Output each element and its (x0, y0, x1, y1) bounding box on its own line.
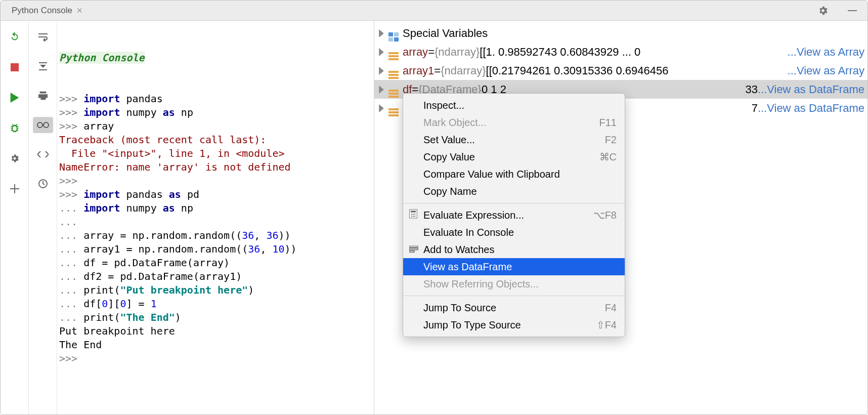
console-line: ... df2 = pd.DataFrame(array1) (59, 270, 374, 283)
svg-rect-16 (388, 96, 399, 98)
chevron-right-icon (377, 29, 385, 37)
console-line: ... df[0][0] = 1 (59, 297, 374, 311)
scroll-to-end-icon[interactable] (33, 58, 53, 74)
history-icon[interactable] (33, 146, 53, 162)
variable-type: {ndarray} (441, 62, 486, 80)
object-icon (388, 66, 399, 75)
svg-rect-15 (388, 93, 399, 95)
svg-rect-28 (409, 246, 418, 247)
menu-item-label: Add to Watches (423, 244, 494, 256)
menu-shortcut: ⇧F4 (596, 319, 617, 331)
menu-item-label: Copy Name (423, 186, 477, 197)
menu-item[interactable]: Jump To Type Source⇧F4 (403, 316, 625, 334)
svg-rect-4 (388, 32, 393, 36)
menu-item[interactable]: Set Value...F2 (403, 131, 625, 148)
variable-row[interactable]: array = {ndarray} [[1. 0.98592743 0.6084… (374, 43, 867, 61)
run-icon[interactable] (5, 90, 25, 106)
console-line: >>> import pandas (59, 92, 374, 106)
console-line: ... print("Put breakpoint here") (59, 283, 374, 297)
grid-icon (388, 29, 399, 38)
svg-point-1 (37, 122, 42, 128)
console-line: ... array1 = np.random.random((36, 10)) (59, 242, 374, 256)
menu-item[interactable]: Compare Value with Clipboard (403, 165, 625, 183)
show-variables-icon[interactable] (33, 117, 53, 133)
console-line: The End (59, 338, 374, 352)
view-as-link[interactable]: ...View as DataFrame (758, 80, 864, 99)
console-line: ... df = pd.DataFrame(array) (59, 256, 374, 270)
svg-point-22 (411, 214, 412, 215)
menu-item[interactable]: Copy Name (403, 183, 625, 200)
special-variables-row[interactable]: Special Variables (374, 24, 867, 43)
variable-row[interactable]: array1 = {ndarray} [[0.21794261 0.309153… (374, 61, 867, 80)
menu-shortcut: ⌘C (599, 151, 617, 163)
print-icon[interactable] (33, 88, 53, 104)
object-icon (388, 104, 399, 113)
menu-item-label: Evaluate In Console (423, 227, 514, 238)
console-output[interactable]: Python Console >>> import pandas>>> impo… (57, 21, 374, 414)
menu-item-label: Copy Value (423, 151, 475, 163)
svg-rect-21 (411, 211, 416, 213)
variable-trail: 7 (749, 99, 758, 117)
menu-item[interactable]: Copy Value⌘C (403, 148, 625, 165)
svg-point-2 (44, 122, 49, 128)
calculator-icon (409, 210, 417, 221)
svg-rect-19 (388, 114, 399, 116)
menu-item-label: View as DataFrame (423, 261, 512, 273)
svg-rect-7 (394, 37, 399, 42)
titlebar: Python Console ✕ (1, 1, 867, 21)
variable-equals: = (428, 43, 435, 61)
svg-rect-18 (388, 111, 399, 113)
minimize-icon[interactable] (842, 3, 862, 19)
settings-small-icon[interactable] (5, 150, 25, 167)
context-menu: Inspect...Mark Object...F11Set Value...F… (403, 93, 625, 337)
tab-python-console[interactable]: Python Console ✕ (6, 1, 89, 20)
variable-name: array1 (403, 62, 434, 80)
debug-icon[interactable] (5, 120, 25, 136)
left-toolbar-1 (1, 21, 29, 414)
view-as-link[interactable]: ...View as DataFrame (758, 99, 864, 117)
tab-label: Python Console (12, 6, 72, 16)
soft-wrap-icon[interactable] (33, 29, 53, 45)
rerun-icon[interactable] (5, 29, 25, 45)
variable-value: [[0.21794261 0.30915336 0.6946456 (486, 62, 669, 80)
svg-rect-11 (388, 71, 399, 73)
svg-point-26 (413, 216, 414, 217)
menu-item: Show Referring Objects... (403, 275, 625, 293)
console-line: >>> (59, 352, 374, 365)
settings-icon[interactable] (813, 3, 833, 19)
variable-name: array (403, 43, 428, 61)
console-line: ... print("The End") (59, 311, 374, 324)
console-line: ... import numpy as np (59, 201, 374, 215)
svg-point-23 (413, 214, 414, 215)
menu-item-label: Set Value... (423, 134, 475, 146)
svg-rect-6 (388, 37, 393, 42)
menu-item-label: Jump To Source (423, 302, 496, 314)
stop-icon[interactable] (5, 59, 25, 75)
close-icon[interactable]: ✕ (76, 6, 83, 15)
watches-icon (409, 244, 418, 256)
menu-item[interactable]: Evaluate Expression...⌥F8 (403, 206, 625, 224)
chevron-right-icon (377, 67, 385, 75)
console-line: NameError: name 'array' is not defined (59, 160, 374, 174)
menu-shortcut: F11 (599, 117, 617, 129)
menu-shortcut: F2 (605, 134, 617, 146)
menu-item[interactable]: Inspect... (403, 97, 625, 114)
console-line: Traceback (most recent call last): (59, 133, 374, 147)
add-icon[interactable] (5, 181, 25, 197)
svg-rect-30 (409, 251, 414, 253)
menu-shortcut: ⌥F8 (593, 209, 617, 221)
view-as-link[interactable]: ...View as Array (788, 62, 864, 80)
browse-history-icon[interactable] (33, 176, 53, 192)
svg-rect-8 (388, 52, 399, 54)
console-line: >>> import numpy as np (59, 106, 374, 119)
menu-item-label: Inspect... (423, 100, 464, 111)
console-line: File "<input>", line 1, in <module> (59, 147, 374, 160)
menu-item[interactable]: View as DataFrame (403, 258, 625, 275)
menu-item[interactable]: Evaluate In Console (403, 224, 625, 241)
menu-item[interactable]: Jump To SourceF4 (403, 299, 625, 316)
view-as-link[interactable]: ...View as Array (788, 43, 864, 61)
console-line: ... array = np.random.random((36, 36)) (59, 229, 374, 242)
menu-separator (403, 296, 625, 296)
menu-item[interactable]: Add to Watches (403, 241, 625, 258)
console-line: >>> array (59, 119, 374, 133)
